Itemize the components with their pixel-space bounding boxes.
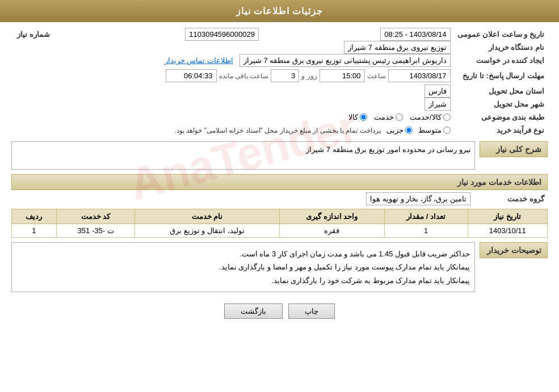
main-form-table: تاریخ و ساعت اعلان عمومی 1403/08/14 - 08… [11, 28, 548, 137]
buyer-station-value: توزیع نیروی برق منطقه 7 شیراز [344, 41, 450, 54]
tavsiyeh-value: حداکثر ضریب قابل قبول 1.45 می باشد و مدت… [11, 242, 475, 292]
process-motavasset-radio[interactable] [443, 127, 451, 134]
category-khedmat-label: خدمت [374, 113, 394, 121]
col-header-date: تاریخ نیاز [468, 209, 547, 224]
tavsiyeh-line1: حداکثر ضریب قابل قبول 1.45 می باشد و مدت… [16, 247, 470, 260]
tavsiyeh-row: توصیحات خریدار حداکثر ضریب قابل قبول 1.4… [11, 242, 548, 292]
buyer-station-label: نام دستگاه خریدار [454, 41, 548, 54]
service-group-value: تامین برق، گاز، بخار و تهویه هوا [366, 192, 470, 205]
deadline-remaining-label: ساعت باقی مانده [219, 72, 269, 80]
category-kala-option[interactable]: کالا [348, 113, 367, 121]
need-number-value: 1103094596000029 [185, 28, 259, 41]
process-row: متوسط جزیی پرداخت تمام یا بخشی از مبلغ خ… [15, 126, 451, 134]
category-kala-khedmat-option[interactable]: کالا/خدمت [410, 113, 451, 121]
cell-unit: فقره [279, 224, 384, 238]
creator-contact-link[interactable]: اطلاعات تماس خریدار [165, 56, 233, 65]
category-khedmat-option[interactable]: خدمت [374, 113, 403, 121]
page-title: جزئیات اطلاعات نیاز [0, 0, 559, 22]
tavsiyeh-line3: پیمانکار باید تمام مدارک مربوط به شرکت خ… [16, 274, 470, 287]
content-area: تاریخ و ساعت اعلان عمومی 1403/08/14 - 08… [0, 22, 559, 329]
deadline-days-label: روز و [301, 72, 317, 80]
page-wrapper: جزئیات اطلاعات نیاز تاریخ و ساعت اعلان ع… [0, 0, 559, 392]
deadline-date: 1403/08/17 [388, 69, 451, 82]
col-header-row: ردیف [12, 209, 57, 224]
province-value: فارس [424, 85, 451, 98]
creator-label: ایجاد کننده در خواست [454, 54, 548, 67]
col-header-code: کد خدمت [56, 209, 135, 224]
category-label: طبقه بندی موضوعی [454, 111, 548, 124]
category-radio-group: کالا/خدمت خدمت کالا [15, 113, 451, 121]
sharh-value: نیرو رسانی در محدوده امور توزیع برق منطق… [11, 141, 475, 170]
category-khedmat-radio[interactable] [396, 113, 403, 121]
table-row: 1403/10/11 1 فقره تولید، انتقال و توزیع … [12, 224, 548, 238]
process-note: پرداخت تمام یا بخشی از مبلغ خریداز محل "… [175, 127, 381, 134]
process-jozei-radio[interactable] [405, 127, 413, 134]
sharh-watermark-area: نیرو رسانی در محدوده امور توزیع برق منطق… [11, 141, 475, 170]
cell-date: 1403/10/11 [468, 224, 547, 238]
services-section-header: اطلاعات خدمات مورد نیاز [11, 174, 548, 190]
col-header-unit: واحد اندازه گیری [279, 209, 384, 224]
process-jozei-label: جزیی [386, 126, 404, 134]
city-value: شیراز [424, 98, 451, 111]
process-motavasset-label: متوسط [418, 126, 442, 134]
announce-date-value: 1403/08/14 - 08:25 [380, 28, 450, 41]
service-group-label: گروه خدمت [474, 192, 548, 205]
need-number-label: شماره نیاز [11, 28, 85, 41]
service-group-table: گروه خدمت تامین برق، گاز، بخار و تهویه ه… [11, 192, 548, 205]
services-table: تاریخ نیاز تعداد / مقدار واحد اندازه گیر… [11, 209, 548, 238]
deadline-row: 1403/08/17 ساعت 15:00 روز و 3 ساعت باقی … [15, 69, 451, 82]
province-label: استان محل تحویل [454, 85, 548, 98]
sharh-row: شرح کلی نیاز نیرو رسانی در محدوده امور ت… [11, 141, 548, 170]
deadline-time: 15:00 [320, 69, 365, 82]
sharh-section-header: شرح کلی نیاز [480, 141, 548, 157]
bottom-buttons: چاپ بازگشت [11, 297, 548, 323]
city-label: شهر محل تحویل [454, 98, 548, 111]
category-kala-khedmat-label: کالا/خدمت [410, 113, 442, 121]
creator-value: داریوش ابراهیمی رئیس پشتیبانی توزیع نیرو… [239, 54, 451, 67]
col-header-name: نام خدمت [135, 209, 279, 224]
col-header-count: تعداد / مقدار [384, 209, 468, 224]
category-kala-label: کالا [348, 113, 358, 121]
category-kala-radio[interactable] [360, 113, 367, 121]
back-button[interactable]: بازگشت [224, 304, 283, 319]
announce-date-label: تاریخ و ساعت اعلان عمومی [454, 28, 548, 41]
deadline-time-label: ساعت [367, 72, 386, 80]
process-jozei-option[interactable]: جزیی [386, 126, 413, 134]
process-label: نوع فرآیند خرید [454, 124, 548, 137]
print-button[interactable]: چاپ [288, 304, 335, 319]
cell-name: تولید، انتقال و توزیع برق [135, 224, 279, 238]
deadline-label: مهلت ارسال پاسخ: تا تاریخ [454, 67, 548, 85]
deadline-remaining: 06:04:33 [166, 69, 217, 82]
process-motavasset-option[interactable]: متوسط [418, 126, 451, 134]
tavsiyeh-section-header: توصیحات خریدار [480, 242, 548, 258]
deadline-days: 3 [271, 69, 299, 82]
cell-count: 1 [384, 224, 468, 238]
category-kala-khedmat-radio[interactable] [443, 113, 451, 121]
tavsiyeh-line2: پیمانکار باید تمام مدارک پیوست مورد نیاز… [16, 260, 470, 273]
cell-row: 1 [12, 224, 57, 238]
cell-code: ت -35- 351 [56, 224, 135, 238]
